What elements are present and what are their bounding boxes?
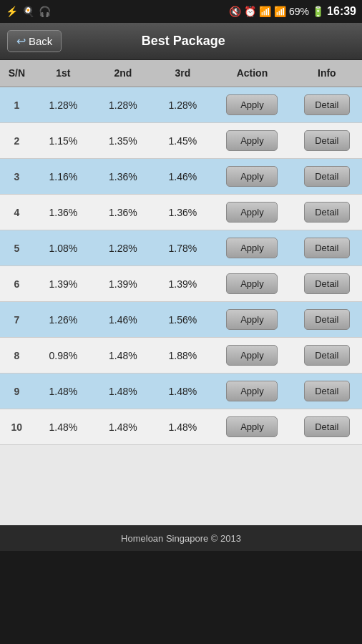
back-label: Back — [29, 35, 52, 47]
footer: Homeloan Singapore © 2013 — [0, 525, 362, 551]
cell-action: Apply — [212, 409, 292, 445]
cell-sn: 2 — [0, 123, 34, 159]
cell-sn: 6 — [0, 266, 34, 302]
detail-button[interactable]: Detail — [304, 345, 350, 366]
cell-first-rate: 1.36% — [34, 195, 94, 230]
cell-third-rate: 1.56% — [153, 302, 213, 338]
apply-button[interactable]: Apply — [226, 94, 278, 115]
apply-button[interactable]: Apply — [226, 345, 278, 366]
cell-sn: 8 — [0, 338, 34, 374]
table-row: 6 1.39% 1.39% 1.39% Apply Detail — [0, 266, 362, 302]
wifi-icon: 📶 — [259, 6, 271, 17]
food-icon: 🍳 — [22, 6, 34, 17]
cell-action: Apply — [212, 302, 292, 338]
table-row: 9 1.48% 1.48% 1.48% Apply Detail — [0, 374, 362, 409]
status-left-icons: ⚡ 🍳 🎧 — [6, 6, 51, 17]
cell-second-rate: 1.36% — [93, 195, 153, 230]
cell-action: Apply — [212, 374, 292, 409]
cell-second-rate: 1.39% — [93, 266, 153, 302]
cell-info: Detail — [292, 266, 362, 302]
usb-icon: ⚡ — [6, 6, 18, 17]
alarm-icon: ⏰ — [244, 6, 256, 17]
cell-sn: 3 — [0, 159, 34, 195]
headphone-icon: 🎧 — [39, 6, 51, 17]
table-row: 2 1.15% 1.35% 1.45% Apply Detail — [0, 123, 362, 159]
cell-second-rate: 1.48% — [93, 409, 153, 445]
cell-sn: 5 — [0, 230, 34, 266]
cell-info: Detail — [292, 87, 362, 123]
apply-button[interactable]: Apply — [226, 309, 278, 330]
cell-sn: 9 — [0, 374, 34, 409]
table-header-row: S/N 1st 2nd 3rd Action Info — [0, 60, 362, 87]
apply-button[interactable]: Apply — [226, 238, 278, 258]
cell-info: Detail — [292, 159, 362, 195]
status-bar: ⚡ 🍳 🎧 🔇 ⏰ 📶 📶 69% 🔋 16:39 — [0, 0, 362, 23]
apply-button[interactable]: Apply — [226, 381, 278, 401]
packages-table: S/N 1st 2nd 3rd Action Info 1 1.28% 1.28… — [0, 60, 362, 445]
cell-second-rate: 1.46% — [93, 302, 153, 338]
signal-icon: 📶 — [274, 6, 286, 17]
header-sn: S/N — [0, 60, 34, 87]
detail-button[interactable]: Detail — [304, 309, 350, 330]
cell-second-rate: 1.48% — [93, 338, 153, 374]
back-button[interactable]: ↩ Back — [7, 30, 62, 52]
cell-third-rate: 1.78% — [153, 230, 213, 266]
cell-second-rate: 1.28% — [93, 87, 153, 123]
table-container: S/N 1st 2nd 3rd Action Info 1 1.28% 1.28… — [0, 60, 362, 525]
page-title: Best Package — [62, 34, 305, 49]
detail-button[interactable]: Detail — [304, 166, 350, 187]
detail-button[interactable]: Detail — [304, 273, 350, 294]
cell-info: Detail — [292, 195, 362, 230]
cell-first-rate: 1.28% — [34, 87, 94, 123]
cell-third-rate: 1.45% — [153, 123, 213, 159]
apply-button[interactable]: Apply — [226, 416, 278, 437]
cell-first-rate: 0.98% — [34, 338, 94, 374]
detail-button[interactable]: Detail — [304, 94, 350, 115]
apply-button[interactable]: Apply — [226, 273, 278, 294]
cell-info: Detail — [292, 230, 362, 266]
header-info: Info — [292, 60, 362, 87]
cell-third-rate: 1.39% — [153, 266, 213, 302]
cell-action: Apply — [212, 123, 292, 159]
cell-action: Apply — [212, 266, 292, 302]
cell-second-rate: 1.28% — [93, 230, 153, 266]
cell-action: Apply — [212, 230, 292, 266]
cell-first-rate: 1.48% — [34, 409, 94, 445]
cell-info: Detail — [292, 302, 362, 338]
cell-first-rate: 1.48% — [34, 374, 94, 409]
detail-button[interactable]: Detail — [304, 238, 350, 258]
cell-info: Detail — [292, 374, 362, 409]
cell-action: Apply — [212, 159, 292, 195]
cell-third-rate: 1.28% — [153, 87, 213, 123]
battery-label: 69% — [289, 6, 309, 17]
table-row: 5 1.08% 1.28% 1.78% Apply Detail — [0, 230, 362, 266]
cell-action: Apply — [212, 87, 292, 123]
nav-bar: ↩ Back Best Package — [0, 23, 362, 60]
cell-action: Apply — [212, 195, 292, 230]
table-row: 10 1.48% 1.48% 1.48% Apply Detail — [0, 409, 362, 445]
back-arrow-icon: ↩ — [16, 34, 26, 48]
cell-info: Detail — [292, 338, 362, 374]
apply-button[interactable]: Apply — [226, 166, 278, 187]
cell-third-rate: 1.36% — [153, 195, 213, 230]
cell-second-rate: 1.48% — [93, 374, 153, 409]
footer-copyright: Homeloan Singapore © 2013 — [121, 533, 241, 544]
battery-icon: 🔋 — [312, 6, 324, 17]
detail-button[interactable]: Detail — [304, 381, 350, 401]
apply-button[interactable]: Apply — [226, 130, 278, 151]
detail-button[interactable]: Detail — [304, 130, 350, 151]
detail-button[interactable]: Detail — [304, 202, 350, 223]
detail-button[interactable]: Detail — [304, 416, 350, 437]
cell-sn: 10 — [0, 409, 34, 445]
cell-info: Detail — [292, 409, 362, 445]
cell-third-rate: 1.88% — [153, 338, 213, 374]
cell-third-rate: 1.48% — [153, 409, 213, 445]
mute-icon: 🔇 — [229, 6, 241, 17]
table-row: 7 1.26% 1.46% 1.56% Apply Detail — [0, 302, 362, 338]
apply-button[interactable]: Apply — [226, 202, 278, 223]
cell-third-rate: 1.46% — [153, 159, 213, 195]
status-time: 16:39 — [327, 5, 356, 18]
header-third: 3rd — [153, 60, 213, 87]
table-row: 1 1.28% 1.28% 1.28% Apply Detail — [0, 87, 362, 123]
cell-action: Apply — [212, 338, 292, 374]
